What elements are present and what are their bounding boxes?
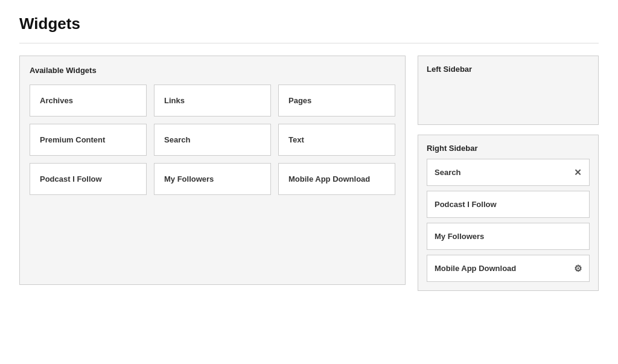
sidebars-panel: Left Sidebar Right Sidebar Search ✕ Podc… — [418, 56, 599, 291]
sidebar-widget-my-followers[interactable]: My Followers — [427, 223, 590, 250]
left-sidebar-empty-area — [427, 80, 590, 116]
page-title: Widgets — [19, 14, 599, 33]
main-layout: Available Widgets Archives Links Pages P… — [19, 56, 599, 291]
widget-item-my-followers[interactable]: My Followers — [154, 163, 271, 195]
title-divider — [19, 43, 599, 43]
right-sidebar-title: Right Sidebar — [427, 144, 590, 153]
right-sidebar-widget-list: Search ✕ Podcast I Follow My Followers M… — [427, 159, 590, 282]
gear-icon[interactable]: ⚙ — [574, 264, 582, 273]
right-sidebar-section: Right Sidebar Search ✕ Podcast I Follow … — [418, 135, 599, 291]
widget-item-podcast-i-follow[interactable]: Podcast I Follow — [30, 163, 147, 195]
widgets-grid: Archives Links Pages Premium Content Sea… — [30, 85, 395, 195]
widget-item-premium-content[interactable]: Premium Content — [30, 124, 147, 156]
close-icon[interactable]: ✕ — [574, 168, 582, 177]
left-sidebar-title: Left Sidebar — [427, 65, 590, 74]
available-widgets-panel: Available Widgets Archives Links Pages P… — [19, 56, 406, 285]
widget-item-search[interactable]: Search — [154, 124, 271, 156]
sidebar-widget-podcast-i-follow[interactable]: Podcast I Follow — [427, 191, 590, 218]
left-sidebar-section: Left Sidebar — [418, 56, 599, 125]
widget-item-mobile-app-download[interactable]: Mobile App Download — [278, 163, 395, 195]
widget-item-archives[interactable]: Archives — [30, 85, 147, 117]
available-widgets-title: Available Widgets — [30, 66, 395, 75]
sidebar-widget-mobile-app-download[interactable]: Mobile App Download ⚙ — [427, 255, 590, 282]
widget-item-links[interactable]: Links — [154, 85, 271, 117]
widget-item-pages[interactable]: Pages — [278, 85, 395, 117]
sidebar-widget-search[interactable]: Search ✕ — [427, 159, 590, 186]
widget-item-text[interactable]: Text — [278, 124, 395, 156]
